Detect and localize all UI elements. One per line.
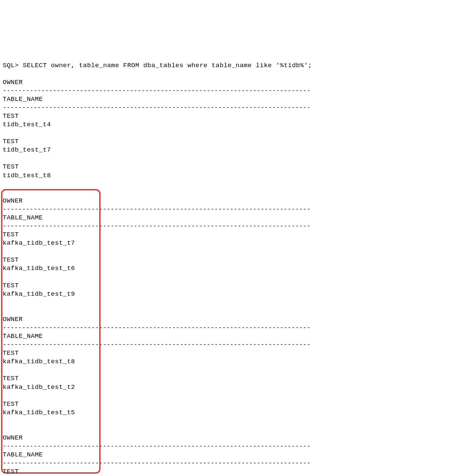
result-owner-value: TEST	[3, 282, 19, 289]
header-divider: ----------------------------------------…	[3, 206, 311, 213]
result-owner-value: TEST	[3, 375, 19, 382]
header-divider: ----------------------------------------…	[3, 324, 311, 332]
result-table-name-value: tidb_test_t7	[3, 146, 51, 154]
column-header-owner: OWNER	[3, 316, 23, 323]
result-owner-value: TEST	[3, 256, 19, 264]
query-text: SELECT owner, table_name FROM dba_tables…	[23, 62, 312, 69]
result-owner-value: TEST	[3, 349, 19, 357]
result-table-name-value: kafka_tidb_test_t2	[3, 384, 75, 391]
column-header-owner: OWNER	[3, 79, 23, 86]
header-divider: ----------------------------------------…	[3, 341, 311, 348]
result-owner-value: TEST	[3, 163, 19, 170]
result-table-name-value: tidb_test_t4	[3, 121, 51, 128]
result-owner-value: TEST	[3, 138, 19, 145]
header-divider: ----------------------------------------…	[3, 443, 311, 450]
column-header-table-name: TABLE_NAME	[3, 451, 43, 458]
column-header-table-name: TABLE_NAME	[3, 333, 43, 340]
result-table-name-value: kafka_tidb_test_t8	[3, 358, 75, 365]
result-table-name-value: kafka_tidb_test_t5	[3, 409, 75, 416]
sql-terminal-output: SQL> SELECT owner, table_name FROM dba_t…	[3, 53, 454, 476]
header-divider: ----------------------------------------…	[3, 222, 311, 230]
column-header-owner: OWNER	[3, 197, 23, 205]
column-header-table-name: TABLE_NAME	[3, 214, 43, 221]
result-table-name-value: tidb_test_t8	[3, 172, 51, 179]
result-owner-value: TEST	[3, 468, 19, 475]
sql-prompt[interactable]: SQL> SELECT owner, table_name FROM dba_t…	[3, 62, 312, 69]
result-owner-value: TEST	[3, 400, 19, 408]
prompt-text: SQL>	[3, 62, 23, 69]
result-table-name-value: kafka_tidb_test_t6	[3, 265, 75, 272]
header-divider: ----------------------------------------…	[3, 459, 311, 467]
column-header-table-name: TABLE_NAME	[3, 96, 43, 103]
result-table-name-value: kafka_tidb_test_t7	[3, 239, 75, 247]
result-owner-value: TEST	[3, 112, 19, 120]
result-table-name-value: kafka_tidb_test_t9	[3, 290, 75, 298]
result-owner-value: TEST	[3, 231, 19, 238]
column-header-owner: OWNER	[3, 434, 23, 442]
header-divider: ----------------------------------------…	[3, 104, 311, 111]
header-divider: ----------------------------------------…	[3, 87, 311, 95]
